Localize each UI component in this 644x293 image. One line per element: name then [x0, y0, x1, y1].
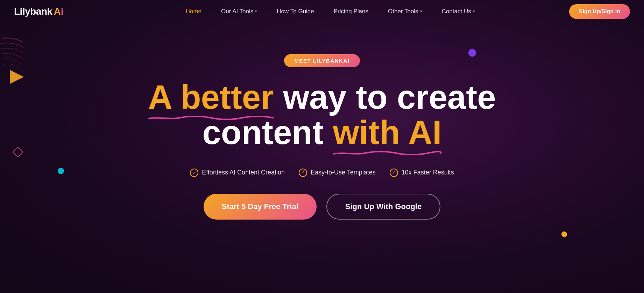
trial-button[interactable]: Start 5 Day Free Trial: [204, 194, 317, 220]
deco-lines: [0, 35, 24, 80]
hero-section: Lilybank Ai Home Our AI Tools ▾ How To G…: [0, 0, 644, 293]
nav-link-contact[interactable]: Contact Us ▾: [432, 8, 485, 15]
feature-label-3: 10x Faster Results: [402, 169, 454, 176]
feature-2: ✓ Easy-to-Use Templates: [299, 169, 376, 177]
nav-link-tools[interactable]: Our AI Tools ▾: [211, 8, 267, 15]
feature-3: ✓ 10x Faster Results: [390, 169, 454, 177]
deco-teal-dot: [58, 168, 64, 174]
nav-menu: Home Our AI Tools ▾ How To Guide Pricing…: [92, 8, 569, 15]
nav-item-other[interactable]: Other Tools ▾: [378, 8, 432, 15]
navbar: Lilybank Ai Home Our AI Tools ▾ How To G…: [0, 0, 644, 23]
deco-diamond: [13, 147, 23, 157]
google-signup-button[interactable]: Sign Up With Google: [326, 194, 441, 220]
nav-link-guide[interactable]: How To Guide: [267, 8, 324, 15]
nav-link-pricing[interactable]: Pricing Plans: [324, 8, 378, 15]
headline-line1: A better way to create: [148, 80, 496, 115]
nav-item-contact[interactable]: Contact Us ▾: [432, 8, 485, 15]
chevron-down-icon-3: ▾: [473, 9, 475, 14]
nav-item-home[interactable]: Home: [176, 8, 211, 15]
check-icon-2: ✓: [299, 169, 307, 177]
chevron-down-icon: ▾: [255, 9, 257, 14]
svg-rect-1: [13, 147, 23, 157]
hero-headline: A better way to create content with AI: [148, 80, 496, 150]
headline-orange-2: with AI: [333, 115, 442, 150]
nav-item-pricing[interactable]: Pricing Plans: [324, 8, 378, 15]
cta-row: Start 5 Day Free Trial Sign Up With Goog…: [204, 194, 440, 220]
feature-label-1: Effortless AI Content Creation: [202, 169, 285, 176]
headline-white-1: way to create: [283, 78, 496, 116]
nav-item-guide[interactable]: How To Guide: [267, 8, 324, 15]
signup-button[interactable]: Sign Up/Sign In: [569, 4, 630, 19]
deco-triangle: [10, 70, 24, 84]
hero-content: MEET LILYBANKAI A better way to create c…: [148, 54, 496, 220]
check-icon-1: ✓: [190, 169, 198, 177]
deco-gold-dot: [561, 231, 567, 237]
nav-link-home[interactable]: Home: [176, 8, 211, 15]
feature-1: ✓ Effortless AI Content Creation: [190, 169, 285, 177]
feature-label-2: Easy-to-Use Templates: [311, 169, 376, 176]
chevron-down-icon-2: ▾: [420, 9, 422, 14]
meet-badge: MEET LILYBANKAI: [284, 54, 360, 67]
logo-text: Lilybank: [14, 6, 52, 17]
features-row: ✓ Effortless AI Content Creation ✓ Easy-…: [190, 169, 454, 177]
logo-ai: Ai: [54, 6, 64, 17]
logo[interactable]: Lilybank Ai: [14, 6, 64, 17]
nav-item-tools[interactable]: Our AI Tools ▾: [211, 8, 267, 15]
nav-link-other[interactable]: Other Tools ▾: [378, 8, 432, 15]
svg-marker-0: [10, 70, 24, 84]
check-icon-3: ✓: [390, 169, 398, 177]
headline-orange-1: A better: [148, 80, 274, 115]
headline-line2: content with AI: [148, 115, 496, 150]
